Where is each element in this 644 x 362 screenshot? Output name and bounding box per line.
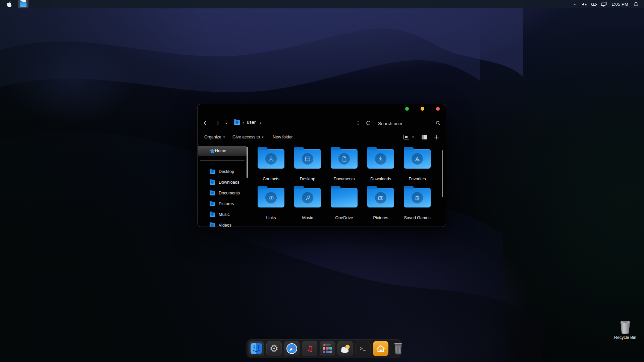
- sidebar-item-label: Desktop: [219, 169, 234, 174]
- folder-tile-contacts[interactable]: Contacts: [254, 146, 288, 183]
- preview-pane-icon: [422, 135, 427, 139]
- sidebar-item-downloads[interactable]: Downloads: [198, 177, 248, 188]
- folder-icon: [210, 191, 215, 195]
- dock-home-icon[interactable]: [373, 341, 388, 356]
- house-glyph: [376, 344, 386, 353]
- address-updown-icon[interactable]: [356, 120, 360, 126]
- dropdown-caret-icon: ▾: [412, 135, 414, 139]
- content-scrollbar-thumb[interactable]: [442, 150, 443, 197]
- home-star-icon: [209, 148, 215, 154]
- back-button[interactable]: [201, 119, 210, 127]
- forward-button[interactable]: [213, 119, 222, 127]
- search-input[interactable]: [377, 119, 434, 128]
- desktop-window-icon: [302, 153, 313, 165]
- recycle-bin-icon: [618, 319, 633, 335]
- sidebar-item-videos[interactable]: Videos: [198, 220, 248, 227]
- battery-charging-icon[interactable]: [591, 1, 597, 8]
- search-magnifier-icon[interactable]: [434, 119, 442, 127]
- new-folder-button[interactable]: New folder: [273, 132, 293, 142]
- contacts-person-icon: [265, 153, 277, 165]
- download-arrow-icon: [375, 153, 386, 165]
- folder-icon: [294, 149, 321, 169]
- dock-music-icon[interactable]: ♫: [302, 341, 317, 356]
- volume-icon[interactable]: [581, 1, 588, 8]
- apple-logo-icon: [7, 1, 12, 7]
- menubar: 1:05 PM: [0, 0, 644, 8]
- sidebar-item-music[interactable]: Music: [198, 209, 248, 220]
- finder-face: [251, 343, 262, 354]
- gear-glyph: ⚙: [270, 344, 279, 354]
- folder-tile-desktop[interactable]: Desktop: [291, 146, 324, 183]
- recycle-bin-desktop-icon[interactable]: Recycle Bin: [610, 319, 641, 340]
- command-toolbar: Organize ▾ Give access to ▾ New folder ▾: [198, 132, 446, 142]
- folder-icon: [404, 188, 431, 207]
- new-folder-label: New folder: [273, 135, 293, 139]
- dock-terminal-icon[interactable]: >_: [355, 341, 371, 356]
- window-close-button[interactable]: [436, 107, 440, 111]
- dock: ⚙ ♫ >_: [247, 339, 401, 358]
- folder-tile-saved-games[interactable]: Saved Games: [400, 185, 434, 222]
- sidebar-item-label: Downloads: [219, 180, 239, 185]
- dock-settings-icon[interactable]: ⚙: [266, 341, 282, 356]
- dropdown-caret-icon: ▾: [223, 135, 225, 139]
- dock-finder-icon[interactable]: [249, 341, 264, 356]
- notification-bell-icon[interactable]: [633, 1, 639, 8]
- sidebar-item-pictures[interactable]: Pictures: [198, 198, 248, 209]
- tray-clock[interactable]: 1:05 PM: [610, 2, 630, 7]
- folder-tile-downloads[interactable]: Downloads: [364, 146, 397, 183]
- sidebar-item-desktop[interactable]: Desktop: [198, 166, 248, 177]
- dropdown-caret-icon: ▾: [262, 135, 264, 139]
- sidebar-home-label: Home: [215, 148, 226, 153]
- folder-tile-music[interactable]: Music: [291, 185, 324, 222]
- folder-tile-pictures[interactable]: Pictures: [364, 185, 397, 222]
- apple-menu-icon[interactable]: [7, 1, 12, 7]
- folder-icon: [210, 202, 215, 206]
- trash-bin: [393, 342, 404, 355]
- give-access-button[interactable]: Give access to ▾: [232, 132, 264, 142]
- organize-button[interactable]: Organize ▾: [204, 132, 225, 142]
- music-note-icon: [302, 192, 313, 203]
- file-explorer-taskbar-icon[interactable]: [18, 0, 29, 8]
- breadcrumb-folder-icon[interactable]: [234, 120, 240, 125]
- recent-locations-chevron-icon[interactable]: [223, 120, 229, 126]
- dock-safari-icon[interactable]: [284, 341, 300, 356]
- folder-icon: [294, 188, 321, 207]
- plus-icon: [434, 134, 439, 140]
- launchpad-grid: [322, 343, 333, 354]
- folder-icon: [258, 188, 284, 207]
- folder-icon: [331, 149, 358, 169]
- window-zoom-button[interactable]: [405, 107, 409, 111]
- folder-label: Desktop: [291, 177, 324, 181]
- organize-label: Organize: [204, 135, 221, 139]
- refresh-icon[interactable]: [365, 119, 371, 126]
- folder-tile-links[interactable]: Links: [254, 185, 288, 222]
- dock-trash-icon[interactable]: [391, 341, 406, 356]
- sidebar-item-documents[interactable]: Documents: [198, 188, 248, 198]
- dock-weather-icon[interactable]: [337, 341, 353, 356]
- folder-tile-documents[interactable]: Documents: [327, 146, 361, 183]
- new-item-button[interactable]: [434, 132, 439, 142]
- sidebar-scrollbar-thumb[interactable]: [247, 147, 248, 178]
- dock-launchpad-icon[interactable]: [320, 341, 335, 356]
- folder-tile-favorites[interactable]: Favorites: [400, 146, 434, 183]
- preview-pane-button[interactable]: [422, 132, 427, 142]
- sidebar-divider: [200, 160, 245, 161]
- folder-icon: [331, 188, 358, 207]
- window-minimize-button[interactable]: [421, 107, 424, 111]
- display-connect-icon[interactable]: [600, 1, 607, 8]
- folder-label: Favorites: [400, 177, 434, 181]
- sidebar-item-home[interactable]: Home: [198, 146, 247, 156]
- sidebar-item-label: Music: [219, 212, 230, 217]
- folder-icon: [210, 213, 215, 217]
- navigation-bar: › user ›: [198, 117, 446, 129]
- view-options-button[interactable]: [404, 132, 409, 142]
- folder-icon: [367, 149, 394, 169]
- give-access-label: Give access to: [232, 135, 260, 139]
- breadcrumb-location[interactable]: user: [247, 120, 256, 125]
- breadcrumb-separator: ›: [243, 120, 244, 125]
- view-options-caret[interactable]: ▾: [412, 132, 414, 142]
- sidebar-item-label: Documents: [219, 191, 240, 195]
- tray-chevron-down-icon[interactable]: [571, 1, 578, 8]
- folder-tile-onedrive[interactable]: OneDrive: [327, 185, 361, 222]
- camera-icon: [375, 192, 386, 203]
